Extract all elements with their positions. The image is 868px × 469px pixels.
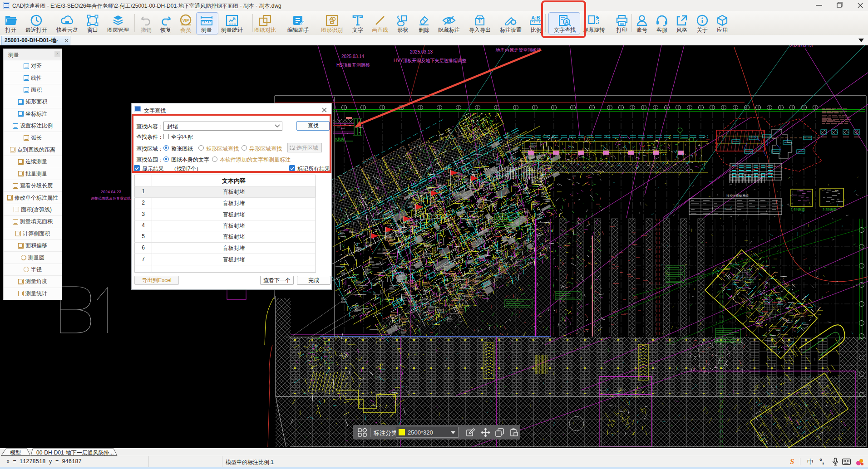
svg-text:2025.03.13: 2025.03.13 xyxy=(410,49,433,54)
svg-text:VIP: VIP xyxy=(182,18,189,23)
svg-text:A:B: A:B xyxy=(531,15,540,20)
svg-text:1-1剖面图: 1-1剖面图 xyxy=(791,208,805,211)
svg-text:连控区排烟系统: 连控区排烟系统 xyxy=(726,194,749,198)
svg-text:风机房: 风机房 xyxy=(335,137,344,141)
svg-text:2024.04.23: 2024.04.23 xyxy=(101,190,121,194)
svg-text:2-2剖面图: 2-2剖面图 xyxy=(823,208,837,211)
svg-text:HYY顶板开洞及地下夹层送排烟调整: HYY顶板开洞及地下夹层送排烟调整 xyxy=(394,58,467,63)
svg-text:2025.03.14: 2025.03.14 xyxy=(341,54,364,59)
svg-text:HS顶板开洞调整: HS顶板开洞调整 xyxy=(336,63,370,68)
